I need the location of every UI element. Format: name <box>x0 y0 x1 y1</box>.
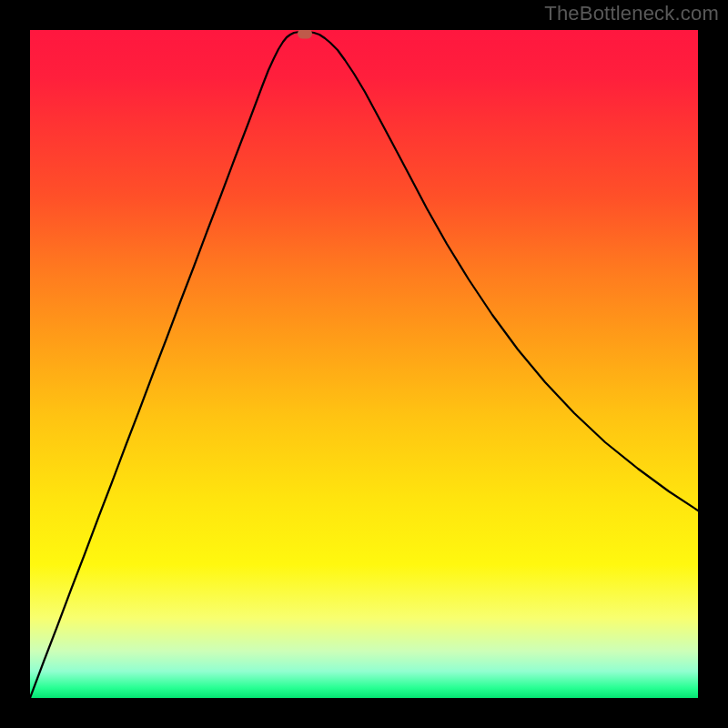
chart-frame: TheBottleneck.com <box>0 0 728 728</box>
curve-svg <box>30 30 698 698</box>
minimum-marker-icon <box>298 30 312 39</box>
plot-area <box>30 30 698 698</box>
watermark-text: TheBottleneck.com <box>544 2 719 25</box>
bottleneck-curve <box>30 32 698 698</box>
